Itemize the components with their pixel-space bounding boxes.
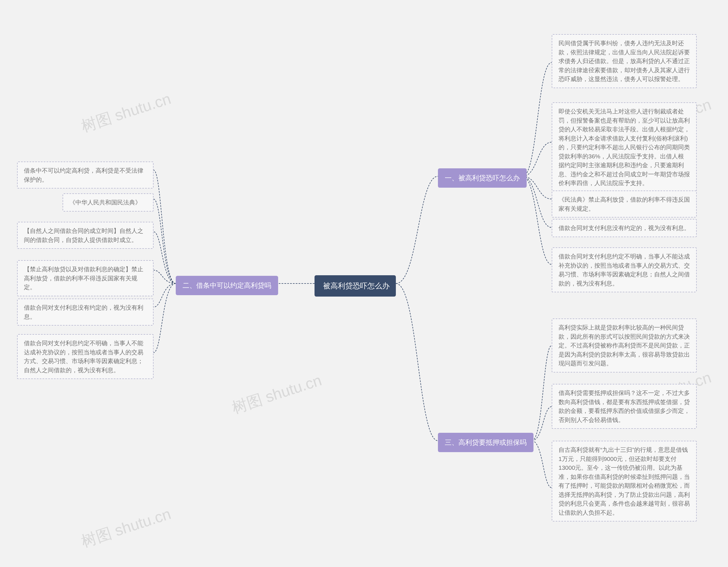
branch-1-leaf-3[interactable]: 借款合同对支付利息没有约定的，视为没有利息。 <box>552 219 697 237</box>
branch-2[interactable]: 二、借条中可以约定高利贷吗 <box>176 276 278 295</box>
branch-2-leaf-3[interactable]: 【禁止高利放贷以及对借款利息的确定】禁止高利放贷，借款的利率不得违反国家有关规定… <box>17 260 154 296</box>
branch-1-leaf-4[interactable]: 借款合同对支付利息约定不明确，当事人不能达成补充协议的，按照当地或者当事人的交易… <box>552 247 697 292</box>
branch-3-leaf-2[interactable]: 自古高利贷就有“九出十三归”的行规，意思是借钱1万元，只能得到9000元，但还款… <box>552 441 697 522</box>
branch-2-leaf-5[interactable]: 借款合同对支付利息约定不明确，当事人不能达成补充协议的，按照当地或者当事人的交易… <box>17 334 154 379</box>
branch-2-leaf-1[interactable]: 《中华人民共和国民法典》 <box>63 193 154 212</box>
branch-1-leaf-1[interactable]: 即使公安机关无法马上对这些人进行制裁或者处罚，但报警备案也是有帮助的，至少可以让… <box>552 102 697 192</box>
branch-3-leaf-1[interactable]: 借高利贷需要抵押或担保吗？这不一定，不过大多数向高利贷借钱，都是要有东西抵押或签… <box>552 384 697 429</box>
branch-1[interactable]: 一、被高利贷恐吓怎么办 <box>438 168 527 188</box>
branch-3[interactable]: 三、高利贷要抵押或担保吗 <box>438 433 533 452</box>
watermark: 树图 shutu.cn <box>79 504 174 552</box>
watermark: 树图 shutu.cn <box>229 370 324 419</box>
branch-1-leaf-0[interactable]: 民间借贷属于民事纠纷，债务人违约无法及时还款，依照法律规定，出借人应当向人民法院… <box>552 34 697 88</box>
root-node[interactable]: 被高利贷恐吓怎么办 <box>315 275 396 297</box>
branch-2-leaf-2[interactable]: 【自然人之间借款合同的成立时间】自然人之间的借款合同，自贷款人提供借款时成立。 <box>17 222 154 249</box>
branch-1-leaf-2[interactable]: 《民法典》禁止高利放贷，借款的利率不得违反国家有关规定。 <box>552 191 697 218</box>
branch-3-leaf-0[interactable]: 高利贷实际上就是贷款利率比较高的一种民间贷款，因此所有的形式可以按照民间贷款的方… <box>552 318 697 373</box>
watermark: 树图 shutu.cn <box>79 88 174 137</box>
mindmap-canvas: { "root": { "title": "被高利贷恐吓怎么办" }, "bra… <box>0 0 728 567</box>
branch-2-leaf-4[interactable]: 借款合同对支付利息没有约定的，视为没有利息。 <box>17 299 154 326</box>
branch-2-leaf-0[interactable]: 借条中不可以约定高利贷，高利贷是不受法律保护的。 <box>17 162 154 189</box>
